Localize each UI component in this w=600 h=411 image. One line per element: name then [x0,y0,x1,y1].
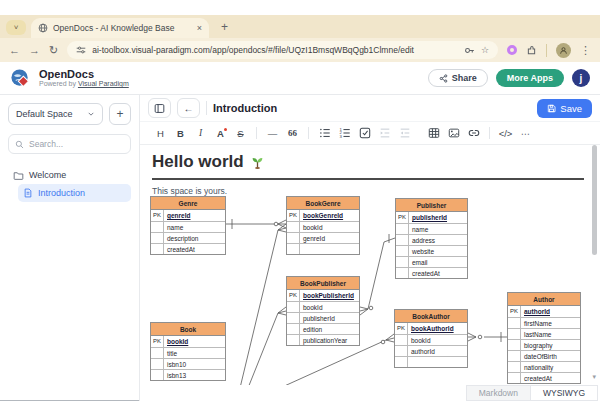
entity-title: BookAuthor [395,310,467,323]
task-list-button[interactable] [356,124,373,142]
er-entity-author: AuthorPKauthorIdfirstNamelastNamebiograp… [507,292,581,384]
folder-icon [13,170,24,181]
space-selector[interactable]: Default Space [8,103,103,125]
entity-attribute-row: email [396,256,467,267]
back-button[interactable]: ← [177,98,200,118]
new-tab-button[interactable]: + [221,20,228,34]
back-icon[interactable]: ← [9,44,20,56]
extension-badge-icon[interactable] [507,45,517,55]
forward-icon[interactable]: → [29,44,40,56]
user-avatar[interactable]: j [572,69,590,87]
more-tools-button[interactable]: ⋯ [517,124,534,142]
entity-attribute-row: createdAt [508,372,580,383]
tab-strip: ˅ OpenDocs - AI Knowledge Base × + [0,15,600,38]
code-block-icon: </> [499,128,513,139]
entity-attribute-row: address [396,234,467,245]
toggle-sidebar-button[interactable] [148,98,171,118]
entity-attribute-row: edition [287,323,359,334]
font-color-icon: A [217,128,224,139]
markdown-mode-button[interactable]: Markdown [466,385,530,401]
save-button[interactable]: Save [537,99,592,118]
bold-button[interactable]: B [172,124,189,142]
profile-avatar-icon[interactable] [556,43,571,58]
strikethrough-button[interactable]: S [232,124,249,142]
bookmark-star-icon[interactable]: ☆ [481,45,489,55]
entity-attribute-row: PKbookPublisherId [287,290,359,301]
search-placeholder: Search... [29,139,63,149]
chevron-down-icon [87,110,95,118]
entity-attribute-row: website [396,245,467,256]
add-space-button[interactable]: + [109,103,131,125]
entity-title: BookPublisher [287,277,359,290]
passkey-icon[interactable] [464,45,475,56]
entity-attribute-row: title [151,347,225,358]
opendocs-logo [10,68,31,89]
italic-button[interactable]: I [192,124,209,142]
more-apps-button[interactable]: More Apps [496,69,564,87]
table-button[interactable] [425,124,442,142]
visual-paradigm-link[interactable]: Visual Paradigm [78,80,129,87]
bullet-list-button[interactable] [316,124,333,142]
entity-attribute-row: PKgenreId [151,210,225,221]
ordered-list-button[interactable]: 123 [336,124,353,142]
task-list-icon [359,127,371,139]
sidebar: Default Space + Search... Welcome Introd… [0,95,140,401]
indent-button[interactable] [376,124,393,142]
outdent-button[interactable] [396,124,413,142]
horizontal-rule-icon: — [268,128,278,139]
bullet-list-icon [319,127,331,139]
powered-by-text: Powered by Visual Paradigm [39,80,129,88]
er-entity-bookpublisher: BookPublisherPKbookPublisherIdbookIdpubl… [286,276,360,346]
outdent-icon [399,127,411,139]
vertical-scrollbar[interactable] [592,145,597,255]
image-button[interactable] [445,124,462,142]
sidebar-item-welcome[interactable]: Welcome [8,166,131,184]
tab-search-button[interactable]: ˅ [6,20,26,35]
heading-button[interactable]: H [152,124,169,142]
font-color-button[interactable]: A [212,124,229,142]
site-info-tune-icon[interactable] [76,45,86,55]
entity-attribute-row [287,243,359,254]
browser-tab[interactable]: OpenDocs - AI Knowledge Base × [31,18,209,38]
chrome-divider [546,44,547,57]
header-divider [206,101,207,115]
link-button[interactable] [465,124,482,142]
mode-toggle: Markdown WYSIWYG [466,385,598,401]
more-tools-icon: ⋯ [521,128,531,139]
entity-attribute-row: PKauthorId [508,306,580,317]
reload-icon[interactable]: ↻ [49,44,58,57]
entity-title: Author [508,293,580,306]
entity-attribute-row: name [396,223,467,234]
er-entity-genre: GenrePKgenreIdnamedescriptioncreatedAt [150,196,226,255]
extensions-icon[interactable] [526,45,537,56]
entity-attribute-row: biography [508,339,580,350]
image-icon [448,127,460,139]
tab-close-icon[interactable]: × [197,23,202,33]
entity-title: Publisher [396,199,467,212]
toolbar-divider [308,127,309,139]
sidebar-item-label: Welcome [29,170,66,180]
blockquote-button[interactable]: 66 [284,124,301,142]
entity-attribute-row: publicationYear [287,334,359,345]
browser-menu-icon[interactable]: ⋮ [580,44,591,57]
document-header: ← Introduction Save [140,95,600,121]
entity-attribute-row: PKpublisherId [396,212,467,223]
toolbar-divider [256,127,257,139]
entity-attribute-row: createdAt [396,267,467,278]
search-input[interactable]: Search... [8,134,131,154]
editor-statusbar: Markdown WYSIWYG [140,385,600,401]
er-entity-publisher: PublisherPKpublisherIdnameaddresswebsite… [395,198,468,279]
url-omnibox[interactable]: ai-toolbox.visual-paradigm.com/app/opend… [67,41,498,59]
sidebar-item-introduction[interactable]: Introduction [18,184,131,202]
share-button[interactable]: Share [428,69,488,87]
url-text: ai-toolbox.visual-paradigm.com/app/opend… [92,45,458,55]
document-content[interactable]: GenrePKgenreIdnamedescriptioncreatedAtBo… [140,145,600,385]
document-icon [23,188,33,198]
code-block-button[interactable]: </> [497,124,514,142]
wysiwyg-mode-button[interactable]: WYSIWYG [530,385,598,401]
horizontal-rule-button[interactable]: — [264,124,281,142]
er-entity-book: BookPKbookIdtitleisbn10isbn13 [150,322,226,381]
app-name: OpenDocs [39,68,129,81]
editor-toolbar: HBIAS—66123</>⋯ [140,121,600,145]
save-icon [547,104,556,113]
